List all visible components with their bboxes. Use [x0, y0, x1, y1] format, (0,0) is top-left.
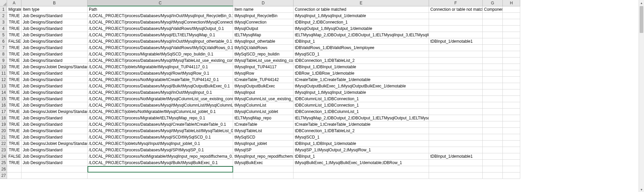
- cell-B5[interactable]: Job Designs/Standard: [21, 32, 88, 38]
- cell-H6[interactable]: [503, 38, 520, 45]
- cell-F16[interactable]: [429, 102, 483, 109]
- cell-E1[interactable]: Connection or table matched: [293, 6, 429, 13]
- cell-C7[interactable]: /LOCAL_PROJECT/process/Databases/Mysql/V…: [88, 45, 233, 51]
- cell-E11[interactable]: tDBRow_1,tDBRow_1/demotable: [293, 70, 429, 77]
- cell-D20[interactable]: tMysqlTableList: [233, 128, 293, 134]
- cell-C25[interactable]: /LOCAL_PROJECT/process/Databases/Mysql/B…: [88, 160, 233, 166]
- cell-C22[interactable]: /LOCAL_PROJECT/joblets/Mysql/Input/tMysq…: [88, 141, 233, 147]
- cell-H2[interactable]: [503, 13, 520, 19]
- cell-H7[interactable]: [503, 45, 520, 51]
- cell-E6[interactable]: tDBInput_1: [293, 38, 429, 45]
- cell-F1[interactable]: Connection or table not matched: [429, 6, 483, 13]
- cell-A19[interactable]: TRUE: [7, 121, 21, 128]
- cell-C21[interactable]: /LOCAL_PROJECT/process/Databases/Mysql/S…: [88, 134, 233, 141]
- cell-D14[interactable]: tMysqlInput: [233, 89, 293, 96]
- cell-B14[interactable]: Job Designs/Standard: [21, 89, 88, 96]
- cell-E23[interactable]: tMysqlSP_1,tMysqlOutput_2,tMysqlRow_1: [293, 147, 429, 153]
- cell-C2[interactable]: /LOCAL_PROJECT/process/Databases/Mysql/I…: [88, 13, 233, 19]
- cell-C17[interactable]: /LOCAL_PROJECT/joblets/NotMigratable/tMy…: [88, 109, 233, 115]
- cell-D19[interactable]: tCreateTable: [233, 121, 293, 128]
- cell-D8[interactable]: tMySqlSCD_repo_buildin: [233, 51, 293, 57]
- cell-E9[interactable]: tDBConnection_1,tDBTableList_2: [293, 57, 429, 64]
- cell-A20[interactable]: TRUE: [7, 128, 21, 134]
- cell-A18[interactable]: TRUE: [7, 115, 21, 121]
- row-header-11[interactable]: 11: [0, 70, 7, 77]
- cell-H25[interactable]: [503, 160, 520, 166]
- cell-A24[interactable]: FALSE: [7, 153, 21, 160]
- row-header-14[interactable]: 14: [0, 89, 7, 96]
- cell-C23[interactable]: /LOCAL_PROJECT/process/Databases/Mysql/S…: [88, 147, 233, 153]
- cell-H27[interactable]: [503, 172, 520, 179]
- cell-H15[interactable]: [503, 96, 520, 102]
- row-header-21[interactable]: 21: [0, 134, 7, 141]
- col-header-C[interactable]: C: [88, 0, 233, 6]
- cell-D6[interactable]: tMysqlInput_othertable: [233, 38, 293, 45]
- cell-E20[interactable]: tDBConnection_1,tDBTableList_2: [293, 128, 429, 134]
- cell-A13[interactable]: TRUE: [7, 83, 21, 89]
- cell-B11[interactable]: Job Designs/Standard: [21, 70, 88, 77]
- cell-H17[interactable]: [503, 109, 520, 115]
- cell-A11[interactable]: TRUE: [7, 70, 21, 77]
- cell-H1[interactable]: [503, 6, 520, 13]
- cell-B4[interactable]: Job Designs/Standard: [21, 26, 88, 32]
- row-header-1[interactable]: 1: [0, 6, 7, 13]
- select-all-corner[interactable]: [0, 0, 7, 6]
- cell-C16[interactable]: /LOCAL_PROJECT/process/Databases/Mysql/t…: [88, 102, 233, 109]
- cell-F17[interactable]: [429, 109, 483, 115]
- row-header-24[interactable]: 24: [0, 153, 7, 160]
- cell-D16[interactable]: tMysqlColumnList: [233, 102, 293, 109]
- cell-B3[interactable]: Job Designs/Standard: [21, 19, 88, 26]
- cell-G21[interactable]: [483, 134, 503, 141]
- cell-A6[interactable]: FALSE: [7, 38, 21, 45]
- cell-B19[interactable]: Job Designs/Standard: [21, 121, 88, 128]
- cell-E27[interactable]: [293, 172, 429, 179]
- cell-A2[interactable]: TRUE: [7, 13, 21, 19]
- cell-A3[interactable]: TRUE: [7, 19, 21, 26]
- cell-B27[interactable]: [21, 172, 88, 179]
- col-header-A[interactable]: A: [7, 0, 21, 6]
- cell-H23[interactable]: [503, 147, 520, 153]
- cell-F24[interactable]: tDBInput_1/demotable1: [429, 153, 483, 160]
- cell-F3[interactable]: [429, 19, 483, 26]
- cell-G22[interactable]: [483, 141, 503, 147]
- cell-D18[interactable]: tELTMysqlMap_repo: [233, 115, 293, 121]
- cell-G9[interactable]: [483, 57, 503, 64]
- cell-G20[interactable]: [483, 128, 503, 134]
- cell-D21[interactable]: tMySqlSCD: [233, 134, 293, 141]
- cell-C11[interactable]: /LOCAL_PROJECT/process/Databases/Mysql/R…: [88, 70, 233, 77]
- cell-D22[interactable]: tMysqlInput_joblet: [233, 141, 293, 147]
- cell-E22[interactable]: tDBInput_1,tDBInput_1/demotable: [293, 141, 429, 147]
- cell-C4[interactable]: /LOCAL_PROJECT/process/Databases/Mysql/V…: [88, 26, 233, 32]
- row-header-6[interactable]: 6: [0, 38, 7, 45]
- cell-A4[interactable]: TRUE: [7, 26, 21, 32]
- cell-E12[interactable]: tCreateTable_1,tCreateTable_1/demotable: [293, 77, 429, 83]
- cell-E26[interactable]: [293, 166, 429, 172]
- cell-F11[interactable]: [429, 70, 483, 77]
- cell-E25[interactable]: tMysqlBulkExec_1,tMysqlBulkExec_1/demota…: [293, 160, 429, 166]
- cell-F27[interactable]: [429, 172, 483, 179]
- cell-B7[interactable]: Job Designs/Standard: [21, 45, 88, 51]
- cell-B13[interactable]: Job Designs/Standard: [21, 83, 88, 89]
- cell-H8[interactable]: [503, 51, 520, 57]
- cell-G3[interactable]: [483, 19, 503, 26]
- cell-G23[interactable]: [483, 147, 503, 153]
- cell-A22[interactable]: TRUE: [7, 141, 21, 147]
- cell-E16[interactable]: tDBColumnList_1,tDBConnection_1: [293, 102, 429, 109]
- cell-D9[interactable]: tMysqlTableList_use_existing_conn: [233, 57, 293, 64]
- cell-C15[interactable]: /LOCAL_PROJECT/process/NotMigratable/tMy…: [88, 96, 233, 102]
- cell-F9[interactable]: [429, 57, 483, 64]
- scroll-thumb[interactable]: [640, 6, 643, 33]
- cell-G19[interactable]: [483, 121, 503, 128]
- cell-E24[interactable]: tDBInput_1: [293, 153, 429, 160]
- cell-A15[interactable]: TRUE: [7, 96, 21, 102]
- cell-B25[interactable]: Job Designs/Standard: [21, 160, 88, 166]
- cell-G15[interactable]: [483, 96, 503, 102]
- cell-G13[interactable]: [483, 83, 503, 89]
- cell-A1[interactable]: Migrated: [7, 6, 21, 13]
- row-header-13[interactable]: 13: [0, 83, 7, 89]
- cell-C27[interactable]: [88, 172, 233, 179]
- row-header-12[interactable]: 12: [0, 77, 7, 83]
- cell-C5[interactable]: /LOCAL_PROJECT/process/Databases/Mysql/E…: [88, 32, 233, 38]
- cell-F8[interactable]: [429, 51, 483, 57]
- row-header-4[interactable]: 4: [0, 26, 7, 32]
